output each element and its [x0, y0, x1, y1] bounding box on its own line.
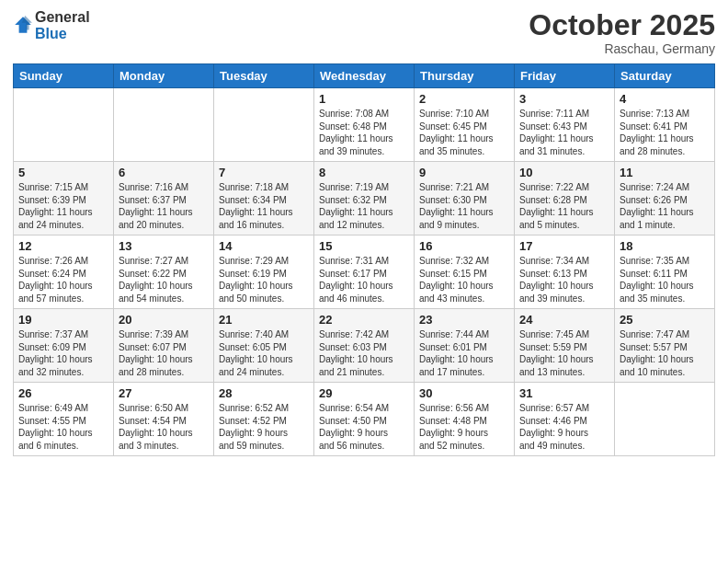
day-info-3-5: Sunrise: 7:45 AM Sunset: 5:59 PM Dayligh…	[519, 328, 609, 378]
day-info-1-5: Sunrise: 7:22 AM Sunset: 6:28 PM Dayligh…	[519, 181, 609, 231]
header-thursday: Thursday	[415, 64, 515, 88]
day-number-3-3: 22	[319, 313, 409, 327]
week-row-0: 1Sunrise: 7:08 AM Sunset: 6:48 PM Daylig…	[14, 88, 715, 162]
week-row-2: 12Sunrise: 7:26 AM Sunset: 6:24 PM Dayli…	[14, 236, 715, 309]
calendar-cell-4-5: 31Sunrise: 6:57 AM Sunset: 4:46 PM Dayli…	[515, 383, 615, 456]
week-row-3: 19Sunrise: 7:37 AM Sunset: 6:09 PM Dayli…	[14, 309, 715, 383]
day-number-4-5: 31	[519, 386, 609, 400]
calendar-cell-3-2: 21Sunrise: 7:40 AM Sunset: 6:05 PM Dayli…	[214, 309, 314, 383]
day-number-4-1: 27	[119, 386, 209, 400]
day-number-3-6: 25	[620, 313, 710, 327]
logo: General Blue	[13, 9, 90, 41]
calendar-cell-2-4: 16Sunrise: 7:32 AM Sunset: 6:15 PM Dayli…	[415, 236, 515, 309]
day-number-0-3: 1	[319, 92, 409, 106]
day-number-0-5: 3	[519, 92, 609, 106]
header-sunday: Sunday	[14, 64, 114, 88]
day-number-1-2: 7	[219, 166, 309, 179]
header-friday: Friday	[515, 64, 615, 88]
calendar-cell-3-0: 19Sunrise: 7:37 AM Sunset: 6:09 PM Dayli…	[14, 309, 114, 383]
day-number-0-6: 4	[620, 92, 710, 106]
calendar-cell-4-1: 27Sunrise: 6:50 AM Sunset: 4:54 PM Dayli…	[114, 383, 214, 456]
day-number-2-4: 16	[419, 239, 509, 253]
calendar-cell-0-5: 3Sunrise: 7:11 AM Sunset: 6:43 PM Daylig…	[515, 88, 615, 162]
header-saturday: Saturday	[615, 64, 715, 88]
calendar-cell-1-4: 9Sunrise: 7:21 AM Sunset: 6:30 PM Daylig…	[415, 162, 515, 236]
calendar-cell-4-3: 29Sunrise: 6:54 AM Sunset: 4:50 PM Dayli…	[314, 383, 415, 456]
calendar-cell-0-4: 2Sunrise: 7:10 AM Sunset: 6:45 PM Daylig…	[415, 88, 515, 162]
month-title: October 2025	[529, 9, 715, 41]
day-number-1-4: 9	[419, 166, 509, 179]
day-number-4-2: 28	[219, 386, 309, 400]
calendar-cell-4-2: 28Sunrise: 6:52 AM Sunset: 4:52 PM Dayli…	[214, 383, 314, 456]
week-row-4: 26Sunrise: 6:49 AM Sunset: 4:55 PM Dayli…	[14, 383, 715, 456]
calendar-cell-0-2	[214, 88, 314, 162]
header-wednesday: Wednesday	[314, 64, 415, 88]
day-info-1-3: Sunrise: 7:19 AM Sunset: 6:32 PM Dayligh…	[319, 181, 409, 231]
day-info-2-0: Sunrise: 7:26 AM Sunset: 6:24 PM Dayligh…	[18, 255, 108, 304]
calendar-cell-3-6: 25Sunrise: 7:47 AM Sunset: 5:57 PM Dayli…	[615, 309, 715, 383]
calendar-cell-1-3: 8Sunrise: 7:19 AM Sunset: 6:32 PM Daylig…	[314, 162, 415, 236]
calendar-cell-2-5: 17Sunrise: 7:34 AM Sunset: 6:13 PM Dayli…	[515, 236, 615, 309]
header: General Blue October 2025 Raschau, Germa…	[13, 9, 715, 56]
calendar-cell-3-5: 24Sunrise: 7:45 AM Sunset: 5:59 PM Dayli…	[515, 309, 615, 383]
title-block: October 2025 Raschau, Germany	[529, 9, 715, 56]
calendar-cell-0-0	[14, 88, 114, 162]
calendar-cell-0-3: 1Sunrise: 7:08 AM Sunset: 6:48 PM Daylig…	[314, 88, 415, 162]
day-number-1-6: 11	[620, 166, 710, 179]
day-info-4-2: Sunrise: 6:52 AM Sunset: 4:52 PM Dayligh…	[219, 402, 309, 452]
day-number-2-1: 13	[119, 239, 209, 253]
day-info-2-6: Sunrise: 7:35 AM Sunset: 6:11 PM Dayligh…	[620, 255, 710, 304]
day-info-2-3: Sunrise: 7:31 AM Sunset: 6:17 PM Dayligh…	[319, 255, 409, 304]
location-subtitle: Raschau, Germany	[529, 41, 715, 56]
day-number-1-3: 8	[319, 166, 409, 179]
header-tuesday: Tuesday	[214, 64, 314, 88]
calendar-cell-2-1: 13Sunrise: 7:27 AM Sunset: 6:22 PM Dayli…	[114, 236, 214, 309]
calendar-cell-3-4: 23Sunrise: 7:44 AM Sunset: 6:01 PM Dayli…	[415, 309, 515, 383]
day-number-0-4: 2	[419, 92, 509, 106]
day-info-0-3: Sunrise: 7:08 AM Sunset: 6:48 PM Dayligh…	[319, 108, 409, 157]
logo-icon	[13, 15, 33, 35]
day-info-3-4: Sunrise: 7:44 AM Sunset: 6:01 PM Dayligh…	[419, 328, 509, 378]
day-number-3-4: 23	[419, 313, 509, 327]
day-info-3-2: Sunrise: 7:40 AM Sunset: 6:05 PM Dayligh…	[219, 328, 309, 378]
day-info-1-4: Sunrise: 7:21 AM Sunset: 6:30 PM Dayligh…	[419, 181, 509, 231]
day-info-0-4: Sunrise: 7:10 AM Sunset: 6:45 PM Dayligh…	[419, 108, 509, 157]
calendar-cell-1-1: 6Sunrise: 7:16 AM Sunset: 6:37 PM Daylig…	[114, 162, 214, 236]
day-number-2-5: 17	[519, 239, 609, 253]
day-info-1-1: Sunrise: 7:16 AM Sunset: 6:37 PM Dayligh…	[119, 181, 209, 231]
day-info-4-4: Sunrise: 6:56 AM Sunset: 4:48 PM Dayligh…	[419, 402, 509, 452]
day-info-0-6: Sunrise: 7:13 AM Sunset: 6:41 PM Dayligh…	[620, 108, 710, 157]
day-info-0-5: Sunrise: 7:11 AM Sunset: 6:43 PM Dayligh…	[519, 108, 609, 157]
calendar-cell-2-2: 14Sunrise: 7:29 AM Sunset: 6:19 PM Dayli…	[214, 236, 314, 309]
day-number-3-2: 21	[219, 313, 309, 327]
day-info-2-1: Sunrise: 7:27 AM Sunset: 6:22 PM Dayligh…	[119, 255, 209, 304]
calendar-cell-2-6: 18Sunrise: 7:35 AM Sunset: 6:11 PM Dayli…	[615, 236, 715, 309]
day-info-4-0: Sunrise: 6:49 AM Sunset: 4:55 PM Dayligh…	[18, 402, 108, 452]
day-info-3-0: Sunrise: 7:37 AM Sunset: 6:09 PM Dayligh…	[18, 328, 108, 378]
day-number-4-0: 26	[18, 386, 108, 400]
calendar-table: Sunday Monday Tuesday Wednesday Thursday…	[13, 63, 715, 456]
day-info-3-6: Sunrise: 7:47 AM Sunset: 5:57 PM Dayligh…	[620, 328, 710, 378]
page: General Blue October 2025 Raschau, Germa…	[0, 0, 728, 563]
logo-general-text: General	[35, 9, 90, 26]
day-number-4-3: 29	[319, 386, 409, 400]
calendar-cell-4-0: 26Sunrise: 6:49 AM Sunset: 4:55 PM Dayli…	[14, 383, 114, 456]
day-info-1-2: Sunrise: 7:18 AM Sunset: 6:34 PM Dayligh…	[219, 181, 309, 231]
calendar-cell-2-3: 15Sunrise: 7:31 AM Sunset: 6:17 PM Dayli…	[314, 236, 415, 309]
calendar-cell-3-1: 20Sunrise: 7:39 AM Sunset: 6:07 PM Dayli…	[114, 309, 214, 383]
day-number-2-0: 12	[18, 239, 108, 253]
logo-blue-text: Blue	[35, 26, 90, 42]
day-number-1-5: 10	[519, 166, 609, 179]
calendar-cell-3-3: 22Sunrise: 7:42 AM Sunset: 6:03 PM Dayli…	[314, 309, 415, 383]
day-number-4-4: 30	[419, 386, 509, 400]
weekday-header-row: Sunday Monday Tuesday Wednesday Thursday…	[14, 64, 715, 88]
calendar-cell-2-0: 12Sunrise: 7:26 AM Sunset: 6:24 PM Dayli…	[14, 236, 114, 309]
header-monday: Monday	[114, 64, 214, 88]
day-number-2-3: 15	[319, 239, 409, 253]
week-row-1: 5Sunrise: 7:15 AM Sunset: 6:39 PM Daylig…	[14, 162, 715, 236]
calendar-cell-4-4: 30Sunrise: 6:56 AM Sunset: 4:48 PM Dayli…	[415, 383, 515, 456]
day-info-1-6: Sunrise: 7:24 AM Sunset: 6:26 PM Dayligh…	[620, 181, 710, 231]
calendar-cell-1-2: 7Sunrise: 7:18 AM Sunset: 6:34 PM Daylig…	[214, 162, 314, 236]
calendar-cell-4-6	[615, 383, 715, 456]
day-info-2-2: Sunrise: 7:29 AM Sunset: 6:19 PM Dayligh…	[219, 255, 309, 304]
